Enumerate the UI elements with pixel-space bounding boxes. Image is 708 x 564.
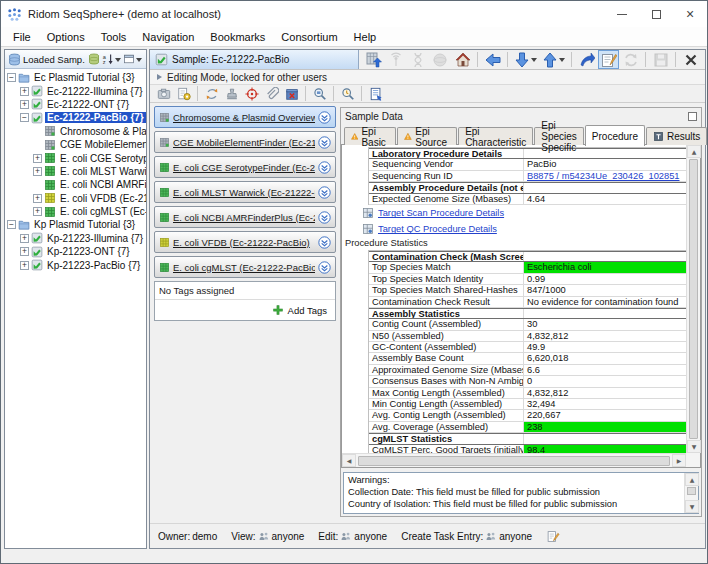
tree-item[interactable]: +Ec-21222-Illumina {7} <box>5 84 146 97</box>
vertical-scrollbar[interactable]: ▲ ▼ <box>686 145 700 453</box>
procedure-details-link[interactable]: Target Scan Procedure Details <box>378 208 504 218</box>
tree-item[interactable]: CGE MobileElementFinde <box>5 138 146 151</box>
menu-options[interactable]: Options <box>39 29 93 45</box>
warnings-scroll-up[interactable]: ▲ <box>685 473 699 486</box>
panel-view-icon-dropdown[interactable] <box>136 58 142 65</box>
edit-value[interactable]: anyone <box>354 531 387 542</box>
tree-item[interactable]: +E. coli CGE SerotypeFind <box>5 151 146 164</box>
tree-expander[interactable]: − <box>7 73 16 82</box>
procedure-details-link[interactable]: Target QC Procedure Details <box>378 224 497 234</box>
task-entry-button[interactable]: E. coli NCBI AMRFinderPlus (Ec-2... <box>154 206 336 228</box>
tree-expander[interactable]: + <box>33 154 42 163</box>
scroll-down-arrow[interactable]: ▼ <box>687 440 701 453</box>
panel-view-icon[interactable] <box>122 52 143 66</box>
horizontal-scrollbar[interactable]: ◀ ▶ <box>342 453 686 467</box>
report-icon[interactable] <box>366 85 385 102</box>
task-entry-label[interactable]: Chromosome & Plasmid Overview (E... <box>173 112 315 123</box>
tab-epi-source[interactable]: Epi Source <box>397 127 457 145</box>
task-entry-label[interactable]: E. coli NCBI AMRFinderPlus (Ec-2... <box>173 212 315 223</box>
tree-item[interactable]: +Kp-21223-Illumina {7} <box>5 232 146 245</box>
tab-procedure[interactable]: Procedure <box>585 125 645 146</box>
vertical-scroll-thumb[interactable] <box>689 159 698 439</box>
task-entry-button[interactable]: E. coli VFDB (Ec-21222-PacBio) <box>154 231 336 253</box>
task-entry-menu-button[interactable] <box>318 261 331 274</box>
next-sample-icon[interactable] <box>512 50 539 69</box>
snapshot-icon[interactable] <box>154 85 173 102</box>
task-entry-label[interactable]: E. coli MLST Warwick (Ec-21222-P... <box>173 187 315 198</box>
home-icon[interactable] <box>452 50 473 69</box>
task-entry-menu-button[interactable] <box>318 136 331 149</box>
procedure-settings-icon[interactable] <box>174 85 193 102</box>
panel-restore-button[interactable] <box>688 112 697 121</box>
create-task-entry-value[interactable]: anyone <box>499 531 532 542</box>
tree-expander[interactable]: + <box>20 87 29 96</box>
task-entry-label[interactable]: E. coli CGE SerotypeFinder (Ec-2... <box>173 162 315 173</box>
target-icon[interactable] <box>242 85 261 102</box>
tree-item[interactable]: +Ec-21222-ONT {7} <box>5 98 146 111</box>
close-window-button[interactable]: × <box>673 3 707 25</box>
previous-sample-icon-dropdown[interactable] <box>559 58 565 65</box>
tree-item[interactable]: −Ec Plasmid Tutorial {3} <box>5 71 146 84</box>
edit-mode-icon[interactable] <box>598 50 619 69</box>
tree-item[interactable]: +Kp-21223-ONT {7} <box>5 245 146 258</box>
delete-entry-icon[interactable] <box>282 85 301 102</box>
menu-help[interactable]: Help <box>346 29 385 45</box>
warnings-scrollbar[interactable]: ▲ ▼ <box>684 473 698 513</box>
tree-expander[interactable]: − <box>7 220 16 229</box>
tree-expander[interactable]: + <box>33 194 42 203</box>
sort-az-icon[interactable] <box>101 52 122 66</box>
back-icon[interactable] <box>482 50 503 69</box>
tree-item[interactable]: +E. coli cgMLST (Ec-2122 <box>5 205 146 218</box>
tab-results[interactable]: Results <box>646 127 707 145</box>
restart-tasks-icon[interactable] <box>202 85 221 102</box>
menu-consortium[interactable]: Consortium <box>273 29 345 45</box>
tree-item[interactable]: −Kp Plasmid Tutorial {3} <box>5 218 146 231</box>
task-entry-button[interactable]: Chromosome & Plasmid Overview (E... <box>154 106 336 128</box>
tree-expander[interactable]: + <box>33 207 42 216</box>
task-entry-button[interactable]: E. coli cgMLST (Ec-21222-PacBio) <box>154 256 336 278</box>
task-entry-label[interactable]: E. coli cgMLST (Ec-21222-PacBio) <box>173 262 315 273</box>
tree-expander[interactable]: + <box>33 167 42 176</box>
add-tags-button[interactable]: Add Tags <box>155 300 335 320</box>
goto-icon[interactable] <box>576 50 597 69</box>
menu-navigation[interactable]: Navigation <box>134 29 202 45</box>
menu-bookmarks[interactable]: Bookmarks <box>202 29 273 45</box>
tree-item[interactable]: +E. coli MLST Warwick (Ec <box>5 165 146 178</box>
edit-permissions-icon[interactable] <box>546 530 560 543</box>
sort-az-icon-dropdown[interactable] <box>115 58 121 65</box>
tree-expander[interactable]: + <box>20 247 29 256</box>
search-database-icon[interactable] <box>310 85 329 102</box>
tab-epi-species-specific[interactable]: Epi Species Specific <box>534 127 584 145</box>
task-entry-menu-button[interactable] <box>318 111 331 124</box>
task-entry-menu-button[interactable] <box>318 186 331 199</box>
run-id-link[interactable]: B8875 / m54234Ue_230426_102851 <box>527 171 680 181</box>
close-icon[interactable] <box>680 50 701 69</box>
tree-expander[interactable]: − <box>20 113 29 122</box>
task-entry-menu-button[interactable] <box>318 211 331 224</box>
tree-expander[interactable]: + <box>20 261 29 270</box>
menu-file[interactable]: File <box>5 29 39 45</box>
import-samples-icon[interactable] <box>363 50 384 69</box>
tab-epi-basic[interactable]: Epi Basic <box>344 127 396 145</box>
sample-tab[interactable]: Sample: Ec-21222-PacBio <box>150 50 359 69</box>
tree-expander[interactable]: + <box>20 234 29 243</box>
task-entry-button[interactable]: E. coli MLST Warwick (Ec-21222-P... <box>154 181 336 203</box>
table-row-value[interactable]: B8875 / m54234Ue_230426_102851 <box>524 171 686 181</box>
horizontal-scroll-thumb[interactable] <box>358 456 670 466</box>
search-history-icon[interactable] <box>338 85 357 102</box>
tab-epi-characteristic[interactable]: Epi Characteristic <box>458 127 533 145</box>
approve-icon[interactable] <box>222 85 241 102</box>
tree-item[interactable]: E. coli NCBI AMRFinderP <box>5 178 146 191</box>
tree-item[interactable]: Chromosome & Plasmid O <box>5 125 146 138</box>
menu-tools[interactable]: Tools <box>93 29 135 45</box>
task-entry-label[interactable]: E. coli VFDB (Ec-21222-PacBio) <box>173 237 315 248</box>
attachment-icon[interactable] <box>262 85 281 102</box>
task-entry-button[interactable]: E. coli CGE SerotypeFinder (Ec-2... <box>154 156 336 178</box>
maximize-button[interactable] <box>639 3 673 25</box>
tree-item[interactable]: −Ec-21222-PacBio {7} <box>5 111 146 124</box>
previous-sample-icon[interactable] <box>540 50 567 69</box>
task-entry-menu-button[interactable] <box>318 161 331 174</box>
samples-database-icon[interactable] <box>87 52 101 66</box>
scroll-left-arrow[interactable]: ◀ <box>342 454 356 467</box>
scroll-right-arrow[interactable]: ▶ <box>672 454 686 467</box>
